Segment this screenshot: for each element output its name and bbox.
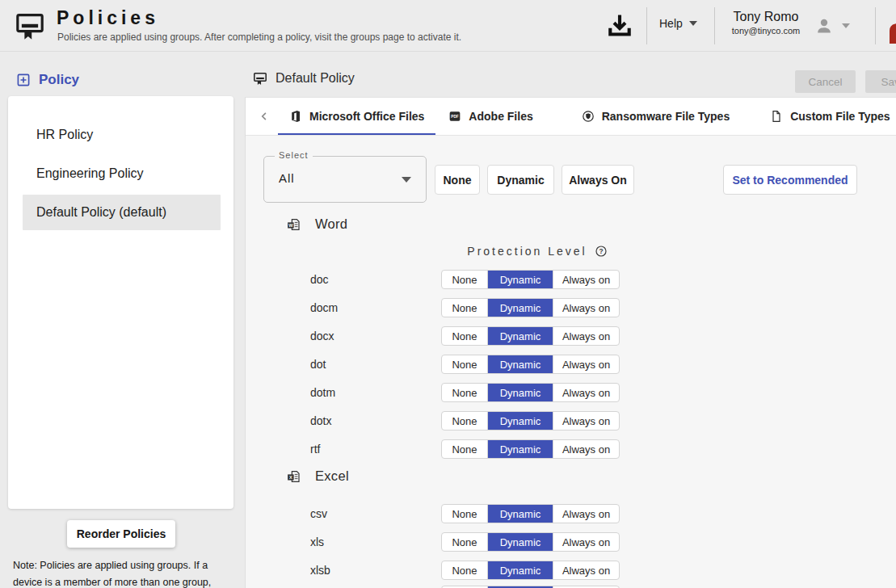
chevron-left-icon [257,109,271,124]
active-tab-indicator [278,133,435,135]
segment-dynamic-selected[interactable]: Dynamic [488,299,553,317]
tabs-scroll-left-button[interactable] [250,98,278,135]
protection-level-label: Protection Level [467,245,587,258]
section-header-word: W Word [287,216,347,232]
segment-dynamic-selected[interactable]: Dynamic [488,440,553,458]
office-icon [289,110,302,123]
file-ext-label: docx [310,326,334,346]
bulk-none-button[interactable]: None [435,165,480,195]
policy-list-item-default-selected[interactable]: Default Policy (default) [23,195,221,230]
file-type-tabbar: Microsoft Office Files PDF Adobe Files R… [246,98,896,136]
segment-always-on[interactable]: Always on [553,384,619,401]
app-header: Policies Policies are applied using grou… [0,0,896,52]
download-button[interactable] [604,10,635,41]
add-policy-button[interactable]: Policy [16,72,79,88]
svg-text:W: W [288,223,293,228]
section-name: Excel [315,468,349,484]
file-ext-label: rtf [310,439,320,459]
policy-editor-panel: Microsoft Office Files PDF Adobe Files R… [245,97,896,588]
sidebar-note: Note: Policies are applied using groups.… [13,557,226,588]
segment-none[interactable]: None [442,533,488,551]
protection-segmented-docm: None Dynamic Always on [441,298,620,317]
segment-dynamic-selected[interactable]: Dynamic [488,355,553,373]
file-ext-label: csv [310,504,327,523]
cancel-button[interactable]: Cancel [795,70,856,93]
tab-custom-file-types[interactable]: Custom File Types [759,98,896,135]
segment-none[interactable]: None [442,327,488,345]
pdf-icon: PDF [448,110,461,123]
segment-none[interactable]: None [442,505,488,523]
policy-list-item-engineering[interactable]: Engineering Policy [8,154,233,193]
segment-always-on[interactable]: Always on [553,299,619,317]
segment-always-on[interactable]: Always on [553,440,619,458]
header-divider [646,7,647,44]
user-name: Tony Romo [721,10,811,24]
segment-none[interactable]: None [442,561,488,579]
bulk-always-on-button[interactable]: Always On [562,165,634,195]
segment-dynamic-selected[interactable]: Dynamic [488,561,553,579]
protection-segmented-csv: None Dynamic Always on [441,504,620,523]
dropdown-arrow-icon [402,177,411,183]
chevron-down-icon [842,23,850,28]
segment-none[interactable]: None [442,440,488,458]
segment-always-on[interactable]: Always on [553,327,619,345]
set-to-recommended-button[interactable]: Set to Recommended [723,165,857,195]
segment-dynamic-selected[interactable]: Dynamic [488,327,553,345]
file-ext-label: xls [310,532,324,552]
select-dropdown-value: All [279,171,295,185]
file-ext-label: doc [310,270,329,289]
tab-ransomware-file-types[interactable]: Ransomware File Types [570,98,741,135]
protection-segmented-xlsb: None Dynamic Always on [441,561,620,580]
chevron-down-icon [689,21,697,26]
excel-file-icon: X [287,469,301,484]
protection-segmented-docx: None Dynamic Always on [441,326,620,346]
segment-dynamic-selected[interactable]: Dynamic [488,533,553,551]
protection-segmented-rtf: None Dynamic Always on [441,439,620,459]
segment-none[interactable]: None [442,271,488,288]
section-name: Word [315,216,347,232]
svg-text:PDF: PDF [452,115,459,119]
file-icon [770,110,783,123]
download-icon [604,10,635,41]
protection-level-header: Protection Level ? [450,245,625,258]
segment-always-on[interactable]: Always on [553,533,619,551]
tab-label: Adobe Files [469,110,532,123]
segment-always-on[interactable]: Always on [553,355,619,373]
tab-microsoft-office-files[interactable]: Microsoft Office Files [278,98,435,135]
protection-segmented-xls: None Dynamic Always on [441,532,620,552]
file-ext-label: xlsb [310,561,330,580]
segment-always-on[interactable]: Always on [553,412,619,430]
segment-dynamic-selected[interactable]: Dynamic [488,384,553,401]
segment-dynamic-selected[interactable]: Dynamic [488,271,553,288]
segment-always-on[interactable]: Always on [553,505,619,523]
segment-always-on[interactable]: Always on [553,271,619,288]
bulk-dynamic-button[interactable]: Dynamic [487,165,554,195]
help-circle-icon[interactable]: ? [595,245,608,258]
help-label: Help [659,17,683,30]
protection-segmented-dotx: None Dynamic Always on [441,411,620,430]
policy-title: Default Policy [276,71,355,86]
policy-list-item-hr[interactable]: HR Policy [8,116,233,154]
tab-label: Custom File Types [790,110,890,123]
segment-none[interactable]: None [442,299,488,317]
word-file-icon: W [287,217,301,232]
protection-segmented-dot: None Dynamic Always on [441,355,620,374]
brand-logo-partial-icon [887,19,896,45]
segment-dynamic-selected[interactable]: Dynamic [488,412,553,430]
user-info: Tony Romo tony@tinyco.com [721,10,811,36]
protection-segmented-doc: None Dynamic Always on [441,270,620,289]
segment-none[interactable]: None [442,355,488,373]
select-dropdown[interactable]: Select All [263,156,427,203]
svg-text:X: X [289,475,292,480]
account-menu[interactable] [814,16,850,36]
segment-none[interactable]: None [442,412,488,430]
help-menu[interactable]: Help [659,17,697,30]
segment-none[interactable]: None [442,384,488,401]
tab-adobe-files[interactable]: PDF Adobe Files [437,98,544,135]
shield-circle-icon [582,110,595,123]
file-ext-label: dotm [310,383,335,402]
save-button[interactable]: Save [865,70,896,93]
reorder-policies-button[interactable]: Reorder Policies [67,520,175,548]
segment-always-on[interactable]: Always on [553,561,619,579]
segment-dynamic-selected[interactable]: Dynamic [488,505,553,523]
